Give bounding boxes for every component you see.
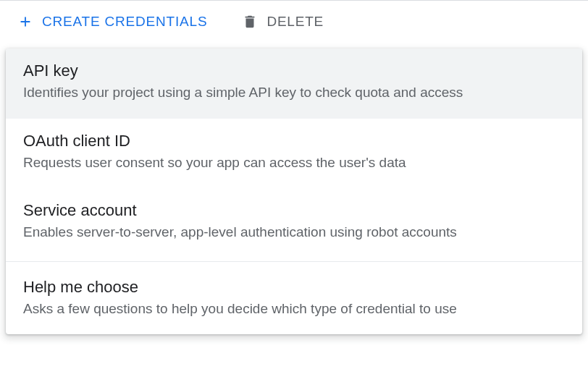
menu-item-api-key[interactable]: API key Identifies your project using a …: [6, 48, 582, 119]
menu-item-oauth-client-id[interactable]: OAuth client ID Requests user consent so…: [6, 119, 582, 189]
menu-item-description: Identifies your project using a simple A…: [23, 83, 565, 103]
menu-divider: [6, 261, 582, 262]
menu-item-title: Service account: [23, 201, 565, 220]
menu-item-description: Enables server-to-server, app-level auth…: [23, 223, 565, 242]
menu-item-title: API key: [23, 62, 565, 80]
credentials-dropdown: API key Identifies your project using a …: [6, 48, 582, 334]
plus-icon: [17, 14, 33, 30]
delete-button[interactable]: DELETE: [242, 14, 324, 30]
create-credentials-label: CREATE CREDENTIALS: [42, 14, 207, 30]
create-credentials-button[interactable]: CREATE CREDENTIALS: [17, 14, 207, 30]
toolbar: CREATE CREDENTIALS DELETE: [0, 1, 588, 43]
menu-item-title: Help me choose: [23, 278, 565, 297]
menu-item-title: OAuth client ID: [23, 132, 565, 150]
delete-label: DELETE: [266, 14, 324, 30]
menu-item-description: Requests user consent so your app can ac…: [23, 153, 565, 173]
menu-item-description: Asks a few questions to help you decide …: [23, 300, 565, 319]
menu-item-service-account[interactable]: Service account Enables server-to-server…: [6, 188, 582, 258]
trash-icon: [242, 14, 258, 30]
menu-item-help-me-choose[interactable]: Help me choose Asks a few questions to h…: [6, 265, 582, 335]
